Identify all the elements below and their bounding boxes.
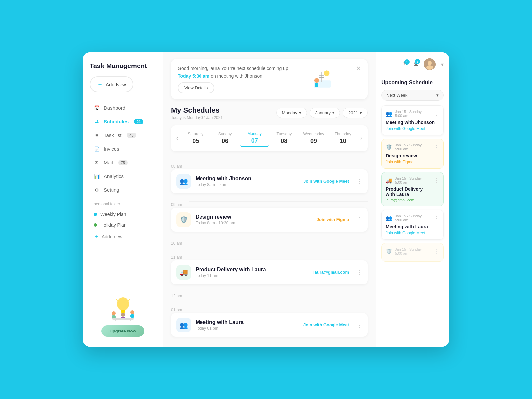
sidebar-item-dashboard[interactable]: 📅 Dashbord xyxy=(90,102,156,114)
avatar-button[interactable] xyxy=(424,58,436,70)
svg-rect-16 xyxy=(319,75,324,76)
sidebar-item-invoices[interactable]: 📄 Invices xyxy=(90,143,156,155)
notif-message: on meeting with Jhonson xyxy=(211,73,262,79)
day-tuesday-num: 08 xyxy=(271,138,298,145)
upcoming-card-1-link[interactable]: Join with Google Meet xyxy=(386,126,439,131)
filter-year-arrow: ▾ xyxy=(360,110,362,115)
upcoming-card-3-date: Jan 15 - Sunday5:00 am xyxy=(395,176,422,184)
invoices-icon: 📄 xyxy=(94,146,100,152)
card-product-delivery-info: Product Delivery with Laura Today 11 am xyxy=(196,267,309,278)
upcoming-card-3-icon: 🚚 xyxy=(386,177,392,184)
card-meeting-laura-more[interactable]: ⋮ xyxy=(356,321,362,329)
avatar-arrow[interactable]: ▾ xyxy=(441,61,444,67)
svg-rect-13 xyxy=(130,320,131,321)
sidebar-label-mail: Mail xyxy=(104,160,113,165)
svg-point-9 xyxy=(121,313,125,317)
calendar-days: ‹ Saturday 05 Sunday 06 Monday 07 Tuesda… xyxy=(171,125,368,151)
app-container: Task Management ＋ Add New 📅 Dashbord ⇄ S… xyxy=(83,52,449,347)
card-meeting-laura-action[interactable]: Join with Google Meet xyxy=(303,322,349,327)
filter-year-button[interactable]: 2021 ▾ xyxy=(343,108,368,118)
card-meeting-jhonson-action[interactable]: Join with Google Meet xyxy=(303,179,349,184)
cal-next-button[interactable]: › xyxy=(358,135,365,142)
add-new-button[interactable]: ＋ Add New xyxy=(90,76,133,92)
card-meeting-jhonson-more[interactable]: ⋮ xyxy=(356,178,362,185)
upcoming-card-1-more[interactable]: ⋮ xyxy=(434,111,439,117)
mail-badge: 75 xyxy=(118,160,128,165)
upcoming-card-3-email: laura@gmail.com xyxy=(386,198,439,202)
tasklist-badge: 45 xyxy=(127,133,136,138)
day-wednesday-num: 09 xyxy=(300,138,327,145)
schedule-subtitle: Today is Monday07 Jan 2021 xyxy=(171,115,223,120)
folder-weekly-label: Weekly Plan xyxy=(100,212,126,217)
filter-month-button[interactable]: January ▾ xyxy=(310,108,340,118)
mail-button[interactable]: ✉ 1 xyxy=(413,61,418,68)
svg-line-3 xyxy=(116,299,118,301)
svg-point-22 xyxy=(428,61,432,65)
time-divider-12am: 12 am xyxy=(171,288,368,298)
upcoming-card-1-date: Jan 15 - Sunday5:00 am xyxy=(395,110,422,118)
timer-badge: 1 xyxy=(404,59,410,65)
upcoming-card-4-link[interactable]: Join with Google Meet xyxy=(386,231,439,235)
notif-close-button[interactable]: ✕ xyxy=(356,65,361,72)
svg-point-7 xyxy=(130,310,134,314)
svg-point-19 xyxy=(314,78,319,83)
filter-month-label: January xyxy=(315,110,331,115)
card-meeting-laura-info: Meeting with Laura Today 01 pm xyxy=(196,319,299,331)
upgrade-button[interactable]: Upgrate Now xyxy=(101,325,144,337)
sidebar-item-tasklist[interactable]: ≡ Task list 45 xyxy=(90,129,156,141)
week-selector[interactable]: Next Week ▾ xyxy=(381,90,444,101)
card-meeting-jhonson-info: Meeting with Jhonson Today 8am - 9 am xyxy=(196,176,299,187)
upcoming-card-5-more[interactable]: ⋮ xyxy=(434,248,439,255)
main-content: Good morning, laura You 're next schedul… xyxy=(163,52,376,347)
card-product-delivery-more[interactable]: ⋮ xyxy=(356,269,362,276)
day-tuesday[interactable]: Tuesday 08 xyxy=(269,130,299,147)
folder-weekly[interactable]: Weekly Plan xyxy=(90,209,156,220)
tasklist-icon: ≡ xyxy=(94,133,100,138)
sidebar-item-analytics[interactable]: 📊 Analytics xyxy=(90,170,156,182)
card-design-review-more[interactable]: ⋮ xyxy=(356,216,362,223)
upcoming-card-4-more[interactable]: ⋮ xyxy=(434,215,439,221)
sidebar: Task Management ＋ Add New 📅 Dashbord ⇄ S… xyxy=(83,52,163,347)
filter-day-button[interactable]: Monday ▾ xyxy=(276,108,307,118)
sidebar-item-mail[interactable]: ✉ Mail 75 xyxy=(90,156,156,169)
upcoming-card-3-more[interactable]: ⋮ xyxy=(434,177,439,184)
day-monday[interactable]: Monday 07 xyxy=(240,129,269,147)
card-product-delivery-action[interactable]: laura@gmail.com xyxy=(313,270,349,275)
upcoming-card-5: 🛡️ Jan 15 - Sunday5:00 am ⋮ xyxy=(381,243,444,262)
folder-holiday[interactable]: Holiday Plan xyxy=(90,220,156,230)
upcoming-card-2-more[interactable]: ⋮ xyxy=(434,144,439,150)
day-thursday[interactable]: Thursday 10 xyxy=(328,130,358,147)
card-meeting-jhonson-time: Today 8am - 9 am xyxy=(196,182,299,187)
day-wednesday[interactable]: Wednesday 09 xyxy=(299,130,329,147)
card-design-review-title: Design review xyxy=(196,214,312,220)
card-design-review: 🛡️ Design review Today 8am - 10:30 am Jo… xyxy=(171,208,368,232)
card-design-review-action[interactable]: Join with Figma xyxy=(317,217,349,222)
time-divider-9am: 09 am xyxy=(171,197,368,207)
time-divider-11am: 11 am xyxy=(171,249,368,260)
day-monday-num: 07 xyxy=(241,137,268,144)
card-meeting-laura-title: Meeting with Laura xyxy=(196,319,299,325)
add-folder-button[interactable]: ＋ Addd new xyxy=(90,230,156,243)
card-design-review-icon: 🛡️ xyxy=(176,212,191,227)
day-saturday[interactable]: Saturday 05 xyxy=(181,130,210,147)
timer-button[interactable]: ⏱ 1 xyxy=(402,61,408,68)
upcoming-card-2-link[interactable]: Join with Figma xyxy=(386,160,439,164)
card-meeting-jhonson: 👥 Meeting with Jhonson Today 8am - 9 am … xyxy=(171,169,368,193)
schedule-title-area: My Schedules Today is Monday07 Jan 2021 xyxy=(171,106,223,120)
day-sunday[interactable]: Sunday 06 xyxy=(210,130,240,147)
upcoming-card-4-title: Meeting with Laura xyxy=(386,224,439,229)
time-8am: 08 am xyxy=(171,158,186,169)
day-sunday-num: 06 xyxy=(212,138,239,145)
view-details-button[interactable]: View Datails xyxy=(178,82,214,93)
sidebar-item-settings[interactable]: ⚙ Setting xyxy=(90,184,156,196)
time-12am: 12 am xyxy=(171,288,186,298)
right-panel: ⏱ 1 ✉ 1 ▾ Upcoming Schedule Next Week ▾ xyxy=(376,52,449,347)
sidebar-item-schedules[interactable]: ⇄ Schedules 21 xyxy=(90,115,156,128)
cal-prev-button[interactable]: ‹ xyxy=(174,135,181,142)
day-monday-name: Monday xyxy=(241,131,268,136)
time-divider-8am: 08 am xyxy=(171,158,368,169)
week-selector-label: Next Week xyxy=(386,93,407,98)
upcoming-card-2: 🛡️ Jan 15 - Sunday5:00 am ⋮ Design revie… xyxy=(381,139,444,169)
upcoming-card-4-date-row: 👥 Jan 15 - Sunday5:00 am xyxy=(386,214,422,222)
svg-rect-20 xyxy=(315,83,318,87)
